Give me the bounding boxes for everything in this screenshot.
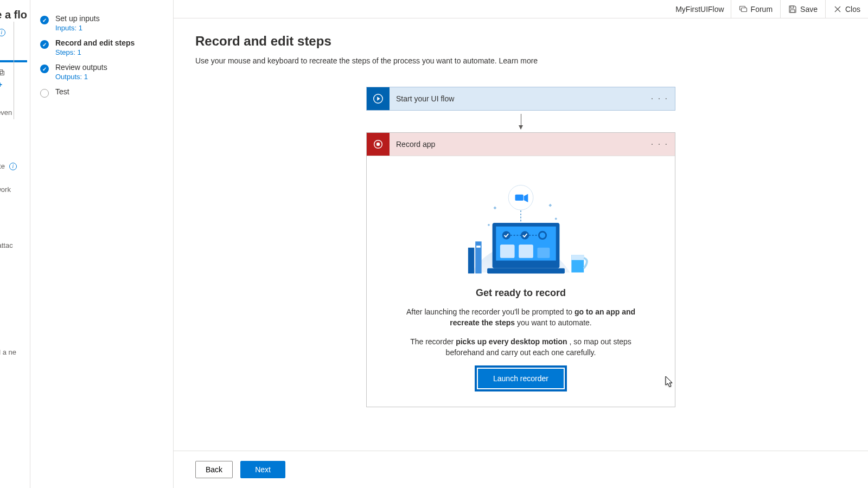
step-label: Review outputs (55, 63, 107, 72)
checkmark-icon (40, 65, 49, 73)
card-title: Record app (396, 140, 435, 149)
p2-bold: picks up every desktop motion (456, 337, 567, 346)
arrow-down-icon (521, 114, 521, 129)
p1-lead: After launching the recorder you'll be p… (406, 307, 575, 316)
checkmark-icon (40, 16, 49, 24)
svg-point-12 (488, 224, 490, 226)
svg-rect-4 (790, 6, 794, 8)
launch-focus-ring: Launch recorder (475, 365, 567, 391)
rail-text-late-label: late (0, 162, 5, 170)
forum-button[interactable]: Forum (731, 0, 780, 18)
svg-rect-5 (790, 10, 795, 12)
checkmark-icon (40, 40, 49, 49)
flow-canvas: Start your UI flow · · · Record app · · … (195, 87, 846, 407)
step-label: Test (55, 87, 69, 96)
flow-name: MyFirstUIFlow (675, 5, 724, 14)
step-set-up-inputs[interactable]: Set up inputs Inputs: 1 (40, 11, 168, 35)
wizard-steps-panel: Set up inputs Inputs: 1 Record and edit … (30, 0, 174, 488)
info-icon: i (9, 163, 17, 170)
svg-rect-10 (515, 195, 524, 201)
rail-text-email: email a ne (0, 348, 30, 356)
rail-text-late: late i (0, 162, 30, 170)
step-label: Record and edit steps (55, 38, 135, 47)
svg-point-17 (521, 231, 529, 239)
top-bar: MyFirstUIFlow Forum Save Clos (174, 0, 868, 18)
svg-rect-26 (571, 255, 584, 260)
learn-more-link[interactable]: Learn more (499, 56, 538, 65)
rail-title-fragment: ake a flo (0, 9, 30, 21)
step-sub: Outputs: 1 (55, 73, 107, 81)
more-menu-button[interactable]: · · · (651, 94, 668, 104)
forum-label: Forum (751, 5, 773, 14)
chat-icon (739, 5, 748, 14)
close-button[interactable]: Clos (825, 0, 868, 18)
back-button[interactable]: Back (195, 461, 233, 478)
step-review-outputs[interactable]: Review outputs Outputs: 1 (40, 60, 168, 84)
main-area: MyFirstUIFlow Forum Save Clos (174, 0, 868, 488)
subtitle-text: Use your mouse and keyboard to recreate … (195, 56, 499, 65)
ready-paragraph-1: After launching the recorder you'll be p… (394, 306, 648, 329)
rail-text-attach: mail attac (0, 241, 30, 249)
card-title: Start your UI flow (396, 94, 454, 103)
ready-paragraph-2: The recorder picks up every desktop moti… (394, 336, 648, 358)
svg-rect-1 (0, 71, 4, 75)
recorder-illustration (394, 169, 648, 278)
p2-lead: The recorder (410, 337, 456, 346)
wizard-footer: Back Next (174, 451, 868, 488)
card-record-app: Record app · · · (366, 132, 675, 407)
rail-mini-icons: + (0, 69, 30, 89)
left-overflow-rail: ake a flo i + nated even late i te work … (0, 0, 30, 488)
p1-tail: you want to automate. (517, 318, 592, 327)
step-label: Set up inputs (55, 14, 100, 23)
next-button[interactable]: Next (240, 461, 285, 478)
step-sub: Inputs: 1 (55, 24, 100, 32)
more-menu-button[interactable]: · · · (651, 139, 668, 149)
step-sub: Steps: 1 (55, 48, 135, 56)
connector-arrow (521, 111, 521, 132)
svg-point-8 (376, 143, 380, 146)
page-subtitle: Use your mouse and keyboard to recreate … (195, 56, 846, 65)
launch-recorder-button[interactable]: Launch recorder (478, 369, 564, 388)
step-test[interactable]: Test (40, 84, 168, 101)
svg-rect-22 (468, 248, 474, 274)
info-icon: i (0, 29, 5, 36)
card-start-ui-flow[interactable]: Start your UI flow · · · (366, 87, 675, 111)
svg-rect-15 (487, 268, 565, 274)
step-record-and-edit[interactable]: Record and edit steps Steps: 1 (40, 35, 168, 60)
rail-text-work: te work (0, 185, 30, 194)
card-record-header[interactable]: Record app · · · (367, 133, 675, 156)
close-label: Clos (845, 5, 860, 14)
svg-point-16 (502, 231, 510, 239)
play-icon (367, 87, 390, 110)
page-title: Record and edit steps (195, 34, 846, 49)
svg-rect-20 (519, 245, 533, 258)
save-icon (788, 5, 797, 14)
copy-icon (0, 69, 30, 78)
save-button[interactable]: Save (780, 0, 825, 18)
svg-rect-24 (476, 246, 481, 248)
svg-rect-3 (741, 8, 746, 11)
record-body: Get ready to record After launching the … (367, 156, 675, 407)
step-connector-line (14, 22, 14, 119)
svg-rect-21 (537, 248, 550, 258)
svg-rect-19 (500, 245, 515, 258)
plus-icon: + (0, 80, 30, 89)
close-icon (833, 5, 842, 14)
rail-text-events: nated even (0, 108, 30, 117)
record-icon (367, 133, 390, 156)
save-label: Save (800, 5, 818, 14)
content-scroll: Record and edit steps Use your mouse and… (174, 18, 868, 451)
svg-point-11 (555, 218, 557, 220)
ready-heading: Get ready to record (394, 287, 648, 299)
pending-icon (40, 89, 49, 98)
